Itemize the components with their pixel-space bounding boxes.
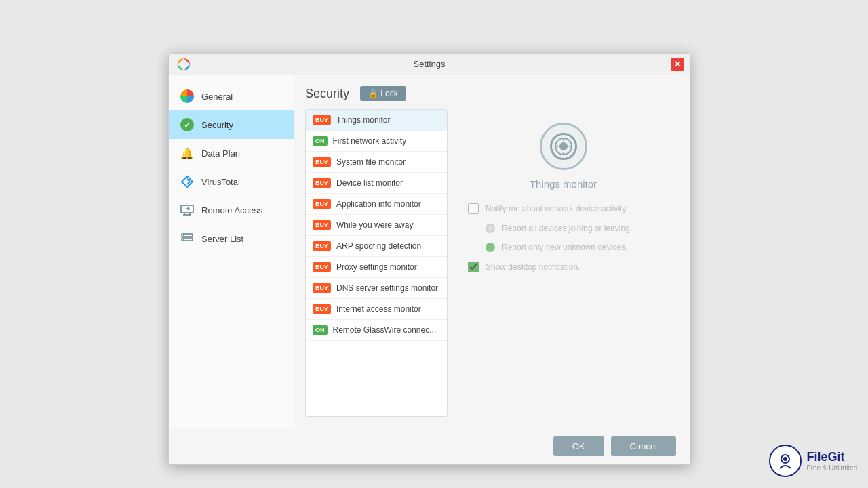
monitor-badge-dnsserver: BUY [313,283,331,293]
option-report-all: Report all devices joining or leaving. [468,224,665,233]
monitor-label-internetaccess: Internet access monitor [336,304,421,314]
monitor-label-whileaway: While you were away [336,220,413,230]
radio-report-all[interactable] [486,224,495,233]
security-icon: ✓ [180,117,195,132]
monitor-label-devicelist: Device list monitor [336,178,403,188]
general-icon [180,89,195,104]
cancel-button[interactable]: Cancel [611,436,676,456]
option-notify: Notify me about network device activity. [468,203,665,214]
monitor-item-things[interactable]: BUYThings monitor [306,110,447,131]
monitor-label-arpspoofing: ARP spoofing detection [336,241,421,251]
option-report-new-label: Report only new unknown devices. [502,243,627,252]
option-desktop-notif-label: Show desktop notification. [486,262,580,272]
monitor-label-proxysettings: Proxy settings monitor [336,262,417,272]
sidebar-item-general[interactable]: General [169,82,294,110]
serverlist-icon [180,231,195,246]
option-report-all-label: Report all devices joining or leaving. [502,224,632,233]
radio-report-new[interactable] [486,243,495,252]
lock-button[interactable]: 🔒 Lock [360,86,406,101]
sidebar-item-virustotal[interactable]: VirusTotal [169,167,294,196]
filegit-sub: Free & Unlimited [807,464,857,472]
monitor-label-things: Things monitor [336,115,390,125]
ok-button[interactable]: OK [553,436,604,456]
monitor-item-firstnetwork[interactable]: ONFirst network activity [306,131,447,152]
section-title: Security [305,87,349,101]
monitor-badge-things: BUY [313,115,331,125]
monitor-badge-internetaccess: BUY [313,304,331,314]
checkbox-desktop-notif[interactable] [468,262,479,272]
option-report-new: Report only new unknown devices. [468,243,665,252]
svg-point-12 [183,239,184,240]
monitor-badge-proxysettings: BUY [313,262,331,272]
close-button[interactable]: ✕ [671,58,684,71]
filegit-watermark: FileGit Free & Unlimited [769,445,857,477]
detail-options: Notify me about network device activity.… [461,203,665,272]
monitor-item-devicelist[interactable]: BUYDevice list monitor [306,173,447,194]
app-icon [177,58,191,71]
monitor-badge-systemfile: BUY [313,157,331,167]
monitor-badge-devicelist: BUY [313,178,331,188]
monitor-item-whileaway[interactable]: BUYWhile you were away [306,215,447,236]
sidebar-item-serverlist[interactable]: Server List [169,224,294,253]
filegit-logo [769,445,802,477]
filegit-name: FileGit [807,450,857,464]
sidebar-item-remoteaccess[interactable]: Remote Access [169,196,294,224]
things-monitor-icon [550,133,577,160]
monitor-item-systemfile[interactable]: BUYSystem file monitor [306,152,447,173]
detail-icon-wrap [540,123,587,170]
monitor-label-systemfile: System file monitor [336,157,406,167]
sidebar: General ✓ Security 🔔 Data Plan [169,75,294,428]
monitor-badge-firstnetwork: ON [313,136,328,146]
svg-point-11 [183,235,184,236]
content-area: General ✓ Security 🔔 Data Plan [169,75,690,428]
monitor-item-dnsserver[interactable]: BUYDNS server settings monitor [306,278,447,299]
main-body: BUYThings monitorONFirst network activit… [305,109,679,417]
footer: OK Cancel [169,428,690,464]
monitor-label-dnsserver: DNS server settings monitor [336,283,438,293]
monitor-label-firstnetwork: First network activity [333,136,407,146]
monitor-badge-arpspoofing: BUY [313,241,331,251]
monitor-badge-whileaway: BUY [313,220,331,230]
sidebar-label-virustotal: VirusTotal [201,177,240,187]
monitor-item-proxysettings[interactable]: BUYProxy settings monitor [306,257,447,278]
sidebar-label-serverlist: Server List [201,234,243,244]
sidebar-label-dataplan: Data Plan [201,148,240,159]
monitor-list: BUYThings monitorONFirst network activit… [305,109,448,417]
monitor-item-remotegw[interactable]: ONRemote GlassWire connec... [306,320,447,341]
monitor-badge-remotegw: ON [313,325,328,335]
main-panel: Security 🔒 Lock BUYThings monitorONFirst… [294,75,690,428]
detail-panel: Things monitor Notify me about network d… [448,109,679,417]
virustotal-icon [180,174,195,189]
monitor-item-appinfo[interactable]: BUYApplication info monitor [306,194,447,215]
svg-marker-1 [182,176,193,187]
remoteaccess-icon [180,203,195,218]
monitor-label-appinfo: Application info monitor [336,199,421,209]
window-title: Settings [414,59,446,69]
sidebar-label-general: General [201,92,233,102]
svg-point-15 [562,145,565,148]
monitor-item-arpspoofing[interactable]: BUYARP spoofing detection [306,236,447,257]
sidebar-label-remoteaccess: Remote Access [201,205,262,216]
filegit-text: FileGit Free & Unlimited [807,450,857,472]
settings-window: Settings ✕ General ✓ Security 🔔 Data Pla… [168,53,690,465]
sidebar-label-security: Security [201,120,233,130]
option-notify-label: Notify me about network device activity. [486,204,628,214]
detail-title: Things monitor [530,178,597,190]
monitor-badge-appinfo: BUY [313,199,331,209]
sidebar-item-dataplan[interactable]: 🔔 Data Plan [169,139,294,167]
titlebar: Settings ✕ [169,54,690,75]
svg-point-21 [783,457,787,461]
monitor-label-remotegw: Remote GlassWire connec... [333,325,437,335]
main-header: Security 🔒 Lock [305,86,679,101]
checkbox-notify[interactable] [468,203,479,214]
dataplan-icon: 🔔 [180,146,195,161]
sidebar-item-security[interactable]: ✓ Security [169,110,294,139]
monitor-item-internetaccess[interactable]: BUYInternet access monitor [306,299,447,320]
option-desktop-notif: Show desktop notification. [468,262,665,272]
svg-point-14 [560,143,567,150]
